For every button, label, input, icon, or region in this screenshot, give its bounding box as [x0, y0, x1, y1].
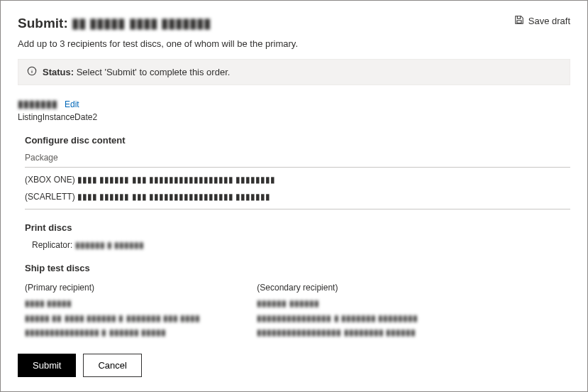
primary-contact: ▮▮▮▮▮▮▮▮▮▮▮▮▮▮▮ ▮ ▮▮▮▮▮▮ ▮▮▮▮▮: [25, 325, 200, 339]
status-label: Status:: [43, 67, 74, 77]
listing-name: ▮▮▮▮▮▮▮: [18, 98, 57, 109]
replicator-value: ▮▮▮▮▮▮ ▮ ▮▮▮▮▮▮: [75, 240, 145, 250]
page-title: Submit: ▮▮ ▮▮▮▮▮ ▮▮▮▮ ▮▮▮▮▮▮▮: [18, 15, 211, 31]
primary-recipient: (Primary recipient) ▮▮▮▮ ▮▮▮▮▮ ▮▮▮▮▮ ▮▮ …: [25, 281, 200, 340]
divider: [25, 209, 570, 209]
title-obscured: ▮▮ ▮▮▮▮▮ ▮▮▮▮ ▮▮▮▮▮▮▮: [72, 16, 211, 31]
save-draft-button[interactable]: Save draft: [514, 15, 570, 27]
edit-link[interactable]: Edit: [65, 99, 79, 109]
title-prefix: Submit:: [18, 16, 72, 31]
secondary-address: ▮▮▮▮▮▮▮▮▮▮▮▮▮▮▮ ▮ ▮▮▮▮▮▮▮ ▮▮▮▮▮▮▮▮: [257, 311, 418, 325]
secondary-contact: ▮▮▮▮▮▮▮▮▮▮▮▮▮▮▮▮▮ ▮▮▮▮▮▮▮▮ ▮▮▮▮▮▮: [257, 325, 418, 339]
save-icon: [514, 15, 524, 27]
status-bar: Status: Select 'Submit' to complete this…: [18, 59, 570, 85]
print-section: Print discs Replicator: ▮▮▮▮▮▮ ▮ ▮▮▮▮▮▮: [25, 222, 570, 250]
info-icon: [27, 66, 37, 78]
ship-title: Ship test discs: [25, 263, 570, 273]
primary-address: ▮▮▮▮▮ ▮▮ ▮▮▮▮ ▮▮▮▮▮▮ ▮ ▮▮▮▮▮▮▮ ▮▮▮ ▮▮▮▮: [25, 311, 200, 325]
secondary-label: (Secondary recipient): [257, 281, 418, 295]
package-row: (SCARLETT) ▮▮▮▮ ▮▮▮▮▮▮ ▮▮▮ ▮▮▮▮▮▮▮▮▮▮▮▮▮…: [25, 192, 570, 202]
secondary-name: ▮▮▮▮▮▮ ▮▮▮▮▮▮: [257, 296, 418, 310]
svg-rect-0: [517, 21, 521, 23]
listing-date: ListingInstanceDate2: [18, 112, 570, 122]
secondary-recipient: (Secondary recipient) ▮▮▮▮▮▮ ▮▮▮▮▮▮ ▮▮▮▮…: [257, 281, 418, 340]
ship-section: Ship test discs (Primary recipient) ▮▮▮▮…: [25, 263, 570, 340]
configure-title: Configure disc content: [25, 135, 570, 146]
save-draft-label: Save draft: [528, 16, 570, 26]
cancel-button[interactable]: Cancel: [83, 354, 141, 377]
submit-button[interactable]: Submit: [18, 354, 76, 377]
package-column-header: Package: [25, 153, 570, 168]
primary-name: ▮▮▮▮ ▮▮▮▮▮: [25, 296, 200, 310]
primary-label: (Primary recipient): [25, 281, 200, 295]
print-title: Print discs: [25, 222, 570, 233]
status-text: Select 'Submit' to complete this order.: [77, 67, 231, 77]
configure-section: Configure disc content Package (XBOX ONE…: [25, 135, 570, 209]
package-row: (XBOX ONE) ▮▮▮▮ ▮▮▮▮▮▮ ▮▮▮ ▮▮▮▮▮▮▮▮▮▮▮▮▮…: [25, 175, 570, 185]
replicator-label: Replicator:: [32, 240, 72, 250]
page-subtitle: Add up to 3 recipients for test discs, o…: [18, 38, 570, 49]
